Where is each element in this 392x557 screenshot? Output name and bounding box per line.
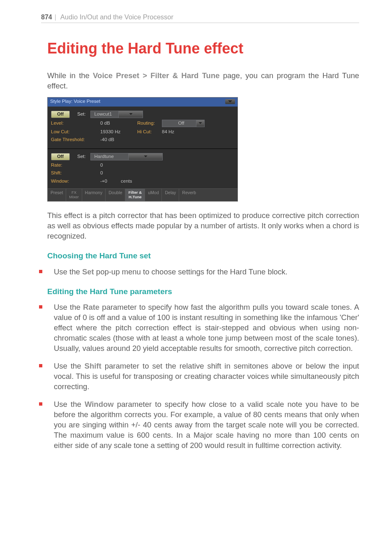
filter-set-value: Lowcut1 <box>94 111 118 118</box>
routing-label: Routing: <box>137 120 162 127</box>
window-label: Window: <box>51 178 100 185</box>
tab-filter-htune[interactable]: Filter & H.Tune <box>125 189 145 201</box>
tab-double[interactable]: Double <box>106 189 125 201</box>
window-titlebar: Style Play: Voice Preset <box>48 97 238 107</box>
bullet-set: Use the Set pop-up menu to choose settin… <box>47 267 359 277</box>
voice-preset-screenshot: Style Play: Voice Preset Off Set: Lowcut… <box>47 97 238 202</box>
bullet-rate: Use the Rate parameter to specify how fa… <box>47 302 359 354</box>
chevron-down-icon <box>128 153 163 160</box>
level-label: Level: <box>51 120 100 127</box>
filter-set-label: Set: <box>77 111 85 118</box>
window-unit: cents <box>121 178 132 185</box>
window-menu-button[interactable] <box>225 99 235 104</box>
routing-value: Off <box>178 120 184 127</box>
tab-fx-mixer[interactable]: FX Mixer <box>66 189 82 201</box>
chevron-down-icon <box>196 120 205 127</box>
hicut-value[interactable]: 84 Hz <box>162 129 174 135</box>
kw-shift: Shift <box>85 362 101 370</box>
tab-delay[interactable]: Delay <box>162 189 179 201</box>
intro-paragraph: While in the Voice Preset > Filter & Har… <box>47 71 359 91</box>
hardtune-panel: Off Set: Hardtune Rate: 0 Shift: 0 Windo… <box>48 149 238 189</box>
routing-dropdown[interactable]: Off <box>162 120 196 127</box>
hardtune-toggle[interactable]: Off <box>51 153 70 160</box>
heading-editing-params: Editing the Hard Tune parameters <box>47 286 359 297</box>
hardtune-set-dropdown[interactable]: Hardtune <box>90 153 163 160</box>
bullet-window: Use the Window parameter to specify how … <box>47 399 359 451</box>
kw-rate: Rate <box>83 303 99 311</box>
bullet-icon <box>39 402 42 406</box>
hardtune-set-value: Hardtune <box>94 153 128 160</box>
tab-preset[interactable]: Preset <box>48 189 66 201</box>
bottom-tabs: Preset FX Mixer Harmony Double Filter & … <box>48 188 238 201</box>
page-number: 874 <box>41 13 52 22</box>
intro-path-kw: Voice Preset > Filter & Hard Tune <box>93 71 219 80</box>
page-title: Editing the Hard Tune effect <box>47 39 359 59</box>
filter-set-dropdown[interactable]: Lowcut1 <box>90 111 143 118</box>
window-value[interactable]: -+0 <box>100 178 121 185</box>
tab-harmony[interactable]: Harmony <box>82 189 106 201</box>
hicut-label: Hi Cut: <box>137 129 162 135</box>
shift-label: Shift: <box>51 170 100 176</box>
kw-set: Set <box>82 267 94 276</box>
window-title-text: Style Play: Voice Preset <box>50 98 100 105</box>
tab-umod[interactable]: uMod <box>145 189 162 201</box>
section-title: Audio In/Out and the Voice Processor <box>60 12 173 21</box>
tab-reverb[interactable]: Reverb <box>179 189 199 201</box>
shift-value[interactable]: 0 <box>100 170 103 176</box>
rate-value[interactable]: 0 <box>100 162 103 169</box>
gate-label: Gate Threshold: <box>51 137 100 143</box>
bullet-icon <box>39 364 42 367</box>
rate-label: Rate: <box>51 162 100 169</box>
description-paragraph: This effect is a pitch corrector that ha… <box>47 211 359 241</box>
kw-window: Window <box>85 400 114 408</box>
chevron-down-icon <box>118 111 143 118</box>
bullet-icon <box>39 305 42 309</box>
chevron-down-icon <box>228 100 232 103</box>
gate-value[interactable]: -40 dB <box>100 137 114 143</box>
bullet-shift: Use the Shift parameter to set the relat… <box>47 361 359 392</box>
lowcut-value[interactable]: 19330 Hz <box>100 129 137 135</box>
header-divider: | <box>55 13 56 22</box>
lowcut-label: Low Cut: <box>51 129 100 135</box>
bullet-icon <box>39 270 42 273</box>
filter-toggle[interactable]: Off <box>51 111 70 118</box>
level-value[interactable]: 0 dB <box>100 120 137 127</box>
filter-panel: Off Set: Lowcut1 Level: 0 dB Routing: Of… <box>48 107 238 147</box>
page-header: 874 | Audio In/Out and the Voice Process… <box>41 12 359 23</box>
heading-choosing-set: Choosing the Hard Tune set <box>47 251 359 261</box>
hardtune-set-label: Set: <box>77 153 85 160</box>
